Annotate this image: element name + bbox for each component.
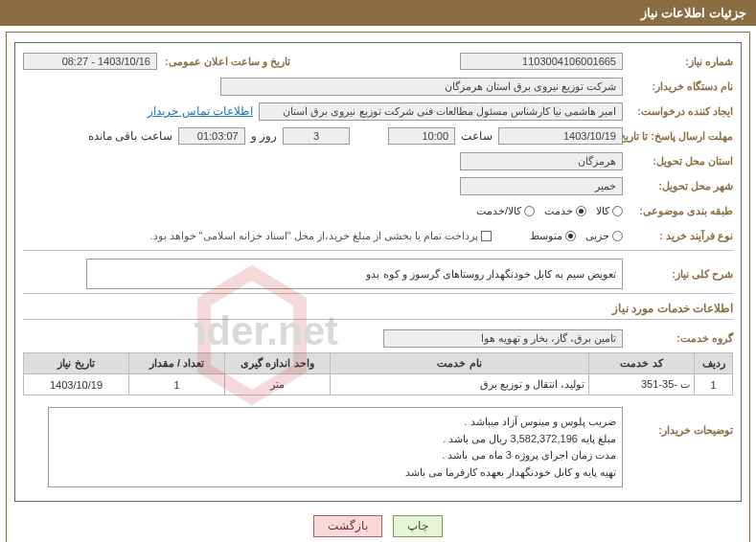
announce-dt-label: تاریخ و ساعت اعلان عمومی: bbox=[161, 56, 290, 68]
buyer-note-line: مبلغ پایه 3,582,372,196 ریال می باشد . bbox=[55, 431, 616, 448]
category-both-radio[interactable]: کالا/خدمت bbox=[467, 204, 535, 217]
service-group-value: تامین برق، گاز، بخار و تهویه هوا bbox=[383, 329, 623, 348]
services-section-header: اطلاعات خدمات مورد نیاز bbox=[23, 302, 733, 315]
service-group-label: گروه خدمت: bbox=[623, 332, 733, 345]
services-table: ردیف کد خدمت نام خدمت واحد اندازه گیری ت… bbox=[23, 352, 733, 395]
treasury-checkbox[interactable] bbox=[478, 229, 492, 242]
th-code: کد خدمت bbox=[589, 353, 695, 374]
th-row: ردیف bbox=[695, 353, 733, 374]
need-no-label: شماره نیاز: bbox=[623, 56, 733, 68]
days-and-word: روز و bbox=[251, 129, 277, 143]
td-unit: متر bbox=[225, 374, 331, 395]
province-value: هرمزگان bbox=[460, 152, 623, 170]
remaining-word: ساعت باقی مانده bbox=[88, 129, 172, 143]
divider-2 bbox=[23, 293, 733, 294]
purchase-type-label: نوع فرآیند خرید : bbox=[623, 230, 733, 242]
reply-time-value: 10:00 bbox=[388, 127, 455, 145]
th-date: تاریخ نیاز bbox=[24, 353, 129, 374]
page-title: جزئیات اطلاعات نیاز bbox=[641, 6, 746, 20]
buyer-note-line: مدت زمان اجرای پروژه 3 ماه می باشد . bbox=[55, 447, 616, 464]
td-code: ت -35-351 bbox=[589, 374, 695, 395]
back-button[interactable]: بازگشت bbox=[313, 515, 382, 537]
days-left-value: 3 bbox=[283, 127, 350, 145]
details-panel: AriaTender.net شماره نیاز: 1103004106001… bbox=[14, 42, 742, 502]
need-no-value: 1103004106001665 bbox=[460, 53, 623, 70]
buyer-org-label: نام دستگاه خریدار: bbox=[623, 80, 733, 93]
treasury-note: پرداخت تمام یا بخشی از مبلغ خرید،از محل … bbox=[149, 230, 478, 242]
buyer-contact-link[interactable]: اطلاعات تماس خریدار bbox=[148, 104, 253, 118]
category-label: طبقه بندی موضوعی: bbox=[623, 205, 733, 217]
city-label: شهر محل تحویل: bbox=[623, 180, 733, 192]
category-goods-radio[interactable]: کالا bbox=[586, 204, 623, 217]
td-name: تولید، انتقال و توزیع برق bbox=[331, 374, 589, 395]
announce-dt-value: 1403/10/16 - 08:27 bbox=[23, 53, 157, 70]
category-service-radio[interactable]: خدمت bbox=[535, 204, 586, 217]
time-left-value: 01:03:07 bbox=[178, 127, 245, 145]
need-summary-label: شرح کلی نیاز: bbox=[623, 268, 733, 281]
td-row: 1 bbox=[695, 374, 733, 395]
buyer-org-value: شرکت توزیع نیروی برق استان هرمزگان bbox=[220, 78, 623, 96]
button-row: چاپ بازگشت bbox=[14, 515, 742, 537]
td-date: 1403/10/19 bbox=[24, 374, 129, 395]
reply-date-value: 1403/10/19 bbox=[498, 127, 623, 145]
city-value: خمیر bbox=[460, 177, 623, 195]
th-qty: تعداد / مقدار bbox=[129, 353, 225, 374]
hour-word: ساعت bbox=[461, 129, 493, 143]
reply-deadline-label: مهلت ارسال پاسخ: تا تاریخ: bbox=[623, 129, 733, 143]
need-summary-value: تعویض سیم به کابل خودنگهدار روستاهای گرس… bbox=[86, 259, 623, 289]
divider-3 bbox=[23, 319, 733, 320]
ptype-medium-radio[interactable]: متوسط bbox=[520, 229, 576, 242]
table-row: 1 ت -35-351 تولید، انتقال و توزیع برق مت… bbox=[24, 374, 733, 395]
buyer-notes-label: توضیحات خریدار: bbox=[623, 401, 733, 437]
divider-1 bbox=[23, 250, 733, 251]
th-unit: واحد اندازه گیری bbox=[225, 353, 331, 374]
ptype-minor-radio[interactable]: جزیی bbox=[576, 229, 623, 242]
province-label: استان محل تحویل: bbox=[623, 155, 733, 168]
buyer-note-line: تهیه پایه و کابل خودنگهدار بعهده کارفرما… bbox=[55, 464, 616, 482]
td-qty: 1 bbox=[129, 374, 225, 395]
page-title-bar: جزئیات اطلاعات نیاز bbox=[0, 0, 756, 26]
buyer-notes-box: ضریب پلوس و مینوس آزاد میباشد . مبلغ پای… bbox=[48, 407, 623, 487]
print-button[interactable]: چاپ bbox=[393, 515, 443, 537]
buyer-note-line: ضریب پلوس و مینوس آزاد میباشد . bbox=[55, 414, 616, 431]
requester-label: ایجاد کننده درخواست: bbox=[623, 105, 733, 118]
outer-frame: AriaTender.net شماره نیاز: 1103004106001… bbox=[6, 32, 750, 542]
requester-value: امیر هاشمی نیا کارشناس مسئول مطالعات فنی… bbox=[259, 102, 623, 121]
th-name: نام خدمت bbox=[331, 353, 589, 374]
